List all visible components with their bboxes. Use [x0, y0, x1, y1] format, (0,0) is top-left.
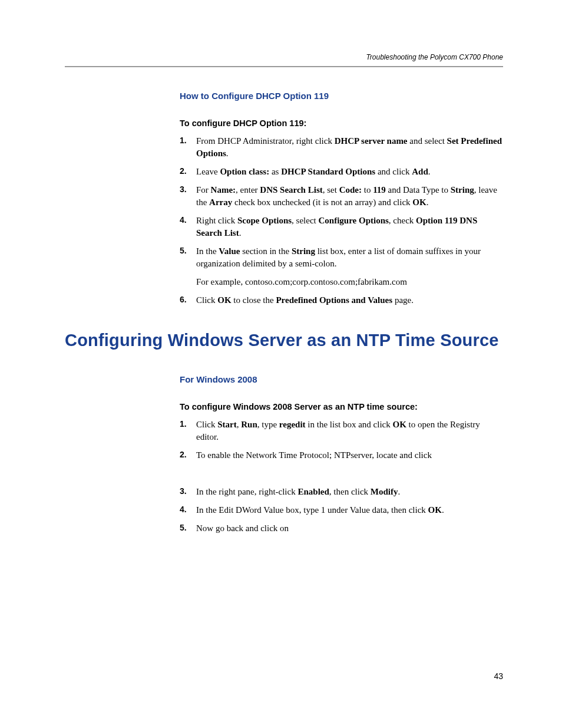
steps-dhcp: From DHCP Administrator, right click DHC… — [180, 135, 503, 307]
step-item: Now go back and click on — [180, 522, 503, 535]
step-item: Leave Option class: as DHCP Standard Opt… — [180, 166, 503, 178]
steps-ntp: Click Start, Run, type regedit in the li… — [180, 419, 503, 535]
step-item: For Name:, enter DNS Search List, set Co… — [180, 184, 503, 209]
step-item: To enable the Network Time Protocol; NTP… — [180, 449, 503, 480]
page: Troubleshooting the Polycom CX700 Phone … — [0, 0, 562, 728]
content-block-1: How to Configure DHCP Option 119 To conf… — [180, 91, 503, 307]
header-rule — [65, 66, 503, 67]
content-block-2: For Windows 2008 To configure Windows 20… — [180, 374, 503, 535]
step-item: In the right pane, right-click Enabled, … — [180, 486, 503, 498]
lead-ntp: To configure Windows 2008 Server as an N… — [180, 402, 503, 411]
step-item: Click OK to close the Predefined Options… — [180, 294, 503, 307]
lead-dhcp: To configure DHCP Option 119: — [180, 118, 503, 128]
step-item: Right click Scope Options, select Config… — [180, 215, 503, 239]
heading-ntp: Configuring Windows Server as an NTP Tim… — [65, 330, 503, 351]
step-item: From DHCP Administrator, right click DHC… — [180, 135, 503, 160]
section-title-dhcp: How to Configure DHCP Option 119 — [180, 91, 503, 101]
step-item: In the Edit DWord Value box, type 1 unde… — [180, 504, 503, 516]
running-header: Troubleshooting the Polycom CX700 Phone — [65, 53, 503, 61]
step-item: Click Start, Run, type regedit in the li… — [180, 419, 503, 443]
step-item: In the Value section in the String list … — [180, 245, 503, 288]
section-title-win2008: For Windows 2008 — [180, 374, 503, 384]
page-number: 43 — [494, 671, 503, 681]
